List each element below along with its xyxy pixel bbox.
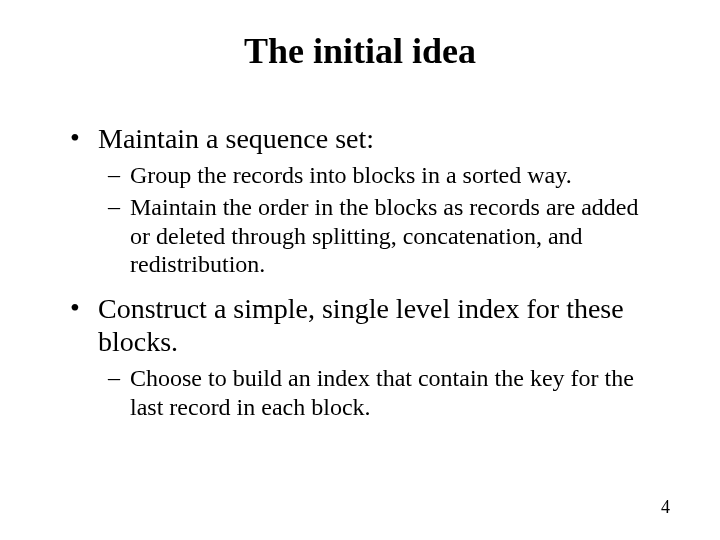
sub-bullet: – Choose to build an index that contain … [108, 364, 660, 421]
bullet-dot-icon: • [70, 292, 98, 358]
bullet-2-text: Construct a simple, single level index f… [98, 292, 660, 358]
sub-bullet-text: Group the records into blocks in a sorte… [130, 161, 660, 189]
sub-bullet: – Maintain the order in the blocks as re… [108, 193, 660, 278]
sub-bullet-text: Maintain the order in the blocks as reco… [130, 193, 660, 278]
bullet-dot-icon: • [70, 122, 98, 155]
bullet-2-subs: – Choose to build an index that contain … [108, 364, 660, 421]
slide-body: • Maintain a sequence set: – Group the r… [70, 108, 660, 421]
dash-icon: – [108, 161, 130, 189]
slide-title: The initial idea [0, 30, 720, 72]
bullet-2: • Construct a simple, single level index… [70, 292, 660, 358]
page-number: 4 [661, 497, 670, 518]
bullet-1: • Maintain a sequence set: [70, 122, 660, 155]
dash-icon: – [108, 193, 130, 278]
sub-bullet-text: Choose to build an index that contain th… [130, 364, 660, 421]
bullet-1-subs: – Group the records into blocks in a sor… [108, 161, 660, 278]
dash-icon: – [108, 364, 130, 421]
sub-bullet: – Group the records into blocks in a sor… [108, 161, 660, 189]
slide: The initial idea • Maintain a sequence s… [0, 0, 720, 540]
bullet-1-text: Maintain a sequence set: [98, 122, 660, 155]
